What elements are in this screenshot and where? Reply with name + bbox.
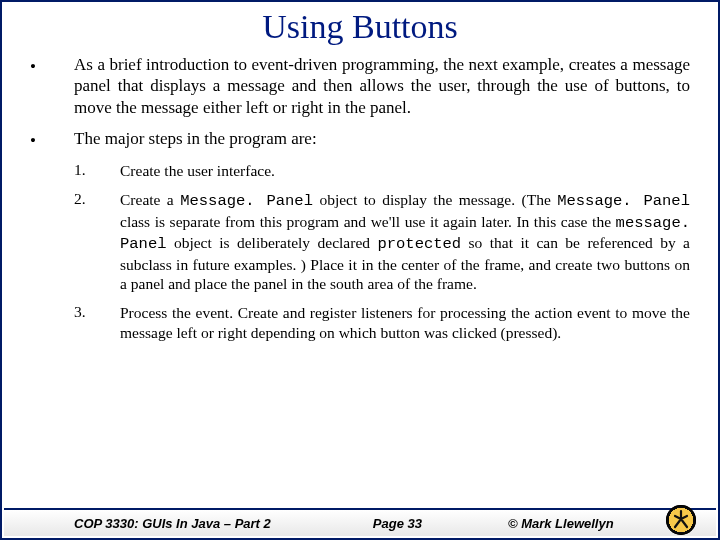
ucf-logo-icon — [666, 505, 696, 535]
bullet-item: • The major steps in the program are: — [30, 128, 690, 151]
footer-page: Page 33 — [373, 516, 422, 531]
footer-course: COP 3330: GUIs In Java – Part 2 — [74, 516, 271, 531]
t: class is separate from this program and … — [120, 213, 616, 230]
step-number: 3. — [74, 303, 120, 342]
bullet-dot: • — [30, 54, 74, 118]
code: Message. Panel — [180, 192, 313, 210]
step-item: 2. Create a Message. Panel object to dis… — [74, 190, 690, 293]
slide: Using Buttons • As a brief introduction … — [0, 0, 720, 540]
step-text: Create the user interface. — [120, 161, 690, 180]
code: protected — [377, 235, 461, 253]
bullet-item: • As a brief introduction to event-drive… — [30, 54, 690, 118]
footer-author: © Mark Llewellyn — [508, 516, 614, 531]
steps-list: 1. Create the user interface. 2. Create … — [74, 161, 690, 342]
step-text: Process the event. Create and register l… — [120, 303, 690, 342]
step-item: 3. Process the event. Create and registe… — [74, 303, 690, 342]
t: Create a — [120, 191, 180, 208]
t: object is deliberately declared — [167, 234, 378, 251]
step-number: 1. — [74, 161, 120, 180]
bullet-list: • As a brief introduction to event-drive… — [30, 54, 690, 151]
bullet-text: The major steps in the program are: — [74, 128, 690, 151]
bullet-dot: • — [30, 128, 74, 151]
step-text: Create a Message. Panel object to displa… — [120, 190, 690, 293]
step-number: 2. — [74, 190, 120, 293]
footer: COP 3330: GUIs In Java – Part 2 Page 33 … — [4, 508, 716, 536]
slide-title: Using Buttons — [2, 2, 718, 54]
step-item: 1. Create the user interface. — [74, 161, 690, 180]
t: object to display the message. (The — [313, 191, 557, 208]
bullet-text: As a brief introduction to event-driven … — [74, 54, 690, 118]
code: Message. Panel — [557, 192, 690, 210]
slide-body: • As a brief introduction to event-drive… — [2, 54, 718, 538]
